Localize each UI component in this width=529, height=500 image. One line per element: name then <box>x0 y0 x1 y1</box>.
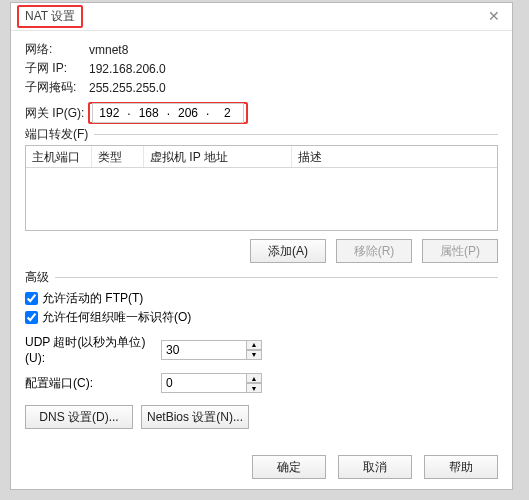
dialog-footer: 确定 取消 帮助 <box>252 455 498 479</box>
network-value: vmnet8 <box>89 43 128 57</box>
cfg-spin-down-button[interactable]: ▼ <box>246 383 262 393</box>
udp-spin-up-button[interactable]: ▲ <box>246 340 262 350</box>
chevron-down-icon: ▼ <box>251 385 258 392</box>
col-desc[interactable]: 描述 <box>292 146 497 167</box>
port-forward-group: 端口转发(F) 主机端口 类型 虚拟机 IP 地址 描述 添加(A) 移除(R)… <box>25 134 498 263</box>
properties-button: 属性(P) <box>422 239 498 263</box>
config-port-row: 配置端口(C): ▲ ▼ <box>25 373 498 393</box>
oui-checkbox-label: 允许任何组织唯一标识符(O) <box>42 309 191 326</box>
port-forward-buttons: 添加(A) 移除(R) 属性(P) <box>25 239 498 263</box>
port-forward-table[interactable]: 主机端口 类型 虚拟机 IP 地址 描述 <box>25 145 498 231</box>
subnet-mask-row: 子网掩码: 255.255.255.0 <box>25 79 498 96</box>
ftp-checkbox[interactable] <box>25 292 38 305</box>
network-label: 网络: <box>25 41 89 58</box>
subnet-mask-label: 子网掩码: <box>25 79 89 96</box>
advanced-group: 高级 允许活动的 FTP(T) 允许任何组织唯一标识符(O) UDP 超时(以秒… <box>25 277 498 429</box>
ip-dot-icon: . <box>165 104 172 122</box>
table-body[interactable] <box>26 168 497 230</box>
advanced-buttons: DNS 设置(D)... NetBios 设置(N)... <box>25 405 498 429</box>
port-forward-legend: 端口转发(F) <box>25 126 94 143</box>
remove-button: 移除(R) <box>336 239 412 263</box>
dialog-content: 网络: vmnet8 子网 IP: 192.168.206.0 子网掩码: 25… <box>11 31 512 429</box>
oui-checkbox-row[interactable]: 允许任何组织唯一标识符(O) <box>25 309 498 326</box>
col-vm-ip[interactable]: 虚拟机 IP 地址 <box>144 146 292 167</box>
add-button[interactable]: 添加(A) <box>250 239 326 263</box>
udp-timeout-input[interactable] <box>161 340 247 360</box>
udp-timeout-row: UDP 超时(以秒为单位)(U): ▲ ▼ <box>25 334 498 365</box>
ok-button[interactable]: 确定 <box>252 455 326 479</box>
oui-checkbox[interactable] <box>25 311 38 324</box>
close-button[interactable]: ✕ <box>484 7 504 27</box>
cancel-button[interactable]: 取消 <box>338 455 412 479</box>
dns-settings-button[interactable]: DNS 设置(D)... <box>25 405 133 429</box>
subnet-ip-row: 子网 IP: 192.168.206.0 <box>25 60 498 77</box>
table-header: 主机端口 类型 虚拟机 IP 地址 描述 <box>26 146 497 168</box>
chevron-up-icon: ▲ <box>251 341 258 348</box>
gateway-label: 网关 IP(G): <box>25 105 84 122</box>
titlebar: NAT 设置 ✕ <box>11 3 512 31</box>
ip-dot-icon: . <box>204 104 211 122</box>
ftp-checkbox-row[interactable]: 允许活动的 FTP(T) <box>25 290 498 307</box>
config-port-label: 配置端口(C): <box>25 375 161 392</box>
config-port-spinner: ▲ ▼ <box>161 373 262 393</box>
config-port-input[interactable] <box>161 373 247 393</box>
network-row: 网络: vmnet8 <box>25 41 498 58</box>
gateway-oct4-input[interactable] <box>211 104 243 122</box>
chevron-down-icon: ▼ <box>251 351 258 358</box>
col-type[interactable]: 类型 <box>92 146 144 167</box>
subnet-ip-label: 子网 IP: <box>25 60 89 77</box>
cfg-spin-up-button[interactable]: ▲ <box>246 373 262 383</box>
advanced-legend: 高级 <box>25 269 55 286</box>
udp-timeout-spinner: ▲ ▼ <box>161 340 262 360</box>
gateway-oct1-input[interactable] <box>93 104 125 122</box>
col-host-port[interactable]: 主机端口 <box>26 146 92 167</box>
subnet-ip-value: 192.168.206.0 <box>89 62 166 76</box>
close-icon: ✕ <box>488 8 500 24</box>
dialog-title: NAT 设置 <box>17 5 83 28</box>
gateway-oct2-input[interactable] <box>133 104 165 122</box>
ip-dot-icon: . <box>125 104 132 122</box>
nat-settings-dialog: NAT 设置 ✕ 网络: vmnet8 子网 IP: 192.168.206.0… <box>10 2 513 490</box>
help-button[interactable]: 帮助 <box>424 455 498 479</box>
udp-timeout-label: UDP 超时(以秒为单位)(U): <box>25 334 161 365</box>
ftp-checkbox-label: 允许活动的 FTP(T) <box>42 290 143 307</box>
udp-spin-down-button[interactable]: ▼ <box>246 350 262 360</box>
gateway-oct3-input[interactable] <box>172 104 204 122</box>
gateway-ip-field: . . . <box>88 102 248 124</box>
gateway-row: 网关 IP(G): . . . <box>25 102 498 124</box>
subnet-mask-value: 255.255.255.0 <box>89 81 166 95</box>
chevron-up-icon: ▲ <box>251 375 258 382</box>
netbios-settings-button[interactable]: NetBios 设置(N)... <box>141 405 249 429</box>
